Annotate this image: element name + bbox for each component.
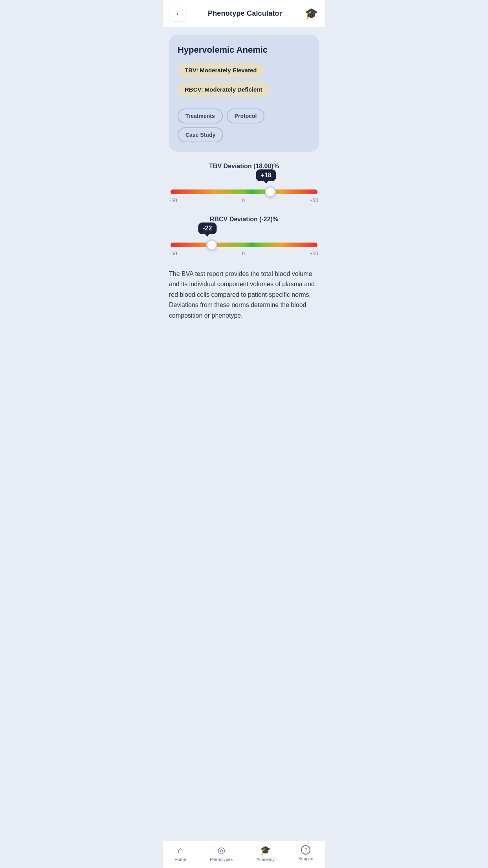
tbv-label-max: +50 xyxy=(310,197,318,203)
header: ‹ Phenotype Calculator 🎓 xyxy=(163,0,325,27)
nav-phenotypes[interactable]: ◎ Phenotypes xyxy=(210,845,233,862)
rbcv-slider-track: -22 xyxy=(171,243,317,247)
nav-academy[interactable]: 🎓 Academy xyxy=(257,845,275,862)
tbv-slider-thumb[interactable]: +18 xyxy=(265,186,276,197)
case-study-button[interactable]: Case Study xyxy=(178,127,223,142)
rbcv-label-max: +50 xyxy=(310,250,318,256)
phenotype-title: Hypervolemic Anemic xyxy=(178,45,310,55)
result-card: Hypervolemic Anemic TBV: Moderately Elev… xyxy=(169,35,319,152)
tbv-slider-title: TBV Deviation (18.00)% xyxy=(169,163,319,170)
nav-home-label: Home xyxy=(174,857,186,862)
rbcv-label-min: -50 xyxy=(170,250,177,256)
support-icon: ? xyxy=(301,845,310,855)
tbv-label-mid: 0 xyxy=(242,197,245,203)
nav-support-label: Support xyxy=(298,856,314,861)
back-button[interactable]: ‹ xyxy=(170,6,185,21)
rbcv-label-mid: 0 xyxy=(242,250,245,256)
rbcv-slider-tooltip: -22 xyxy=(198,223,216,234)
rbcv-slider-thumb[interactable]: -22 xyxy=(206,239,217,250)
page-title: Phenotype Calculator xyxy=(208,9,282,18)
action-buttons: Treatments Protocol Case Study xyxy=(178,108,310,142)
tbv-slider-tooltip: +18 xyxy=(256,169,276,181)
tbv-slider-section: TBV Deviation (18.00)% +18 -50 0 +50 xyxy=(169,163,319,203)
tbv-label-min: -50 xyxy=(170,197,177,203)
academy-icon: 🎓 xyxy=(305,7,318,20)
treatments-button[interactable]: Treatments xyxy=(178,108,223,123)
tbv-slider-wrapper: +18 xyxy=(169,189,319,194)
nav-academy-icon: 🎓 xyxy=(260,845,271,855)
tbv-badge: TBV: Moderately Elevated xyxy=(178,63,264,77)
rbcv-slider-section: RBCV Deviation (-22)% -22 -50 0 +50 xyxy=(169,216,319,256)
main-content: Hypervolemic Anemic TBV: Moderately Elev… xyxy=(163,27,325,868)
protocol-button[interactable]: Protocol xyxy=(227,108,265,123)
bottom-nav: ⌂ Home ◎ Phenotypes 🎓 Academy ? Support xyxy=(163,841,325,868)
nav-academy-label: Academy xyxy=(257,857,275,862)
rbcv-slider-labels: -50 0 +50 xyxy=(169,250,319,256)
tbv-slider-track: +18 xyxy=(171,189,317,194)
description-text: The BVA test report provides the total b… xyxy=(169,269,319,321)
phenotypes-icon: ◎ xyxy=(218,845,225,855)
rbcv-badge: RBCV: Moderately Deficient xyxy=(178,82,270,97)
rbcv-slider-title: RBCV Deviation (-22)% xyxy=(169,216,319,223)
tbv-slider-labels: -50 0 +50 xyxy=(169,197,319,203)
nav-home[interactable]: ⌂ Home xyxy=(174,845,186,862)
home-icon: ⌂ xyxy=(178,845,183,855)
nav-phenotypes-label: Phenotypes xyxy=(210,857,233,862)
rbcv-slider-wrapper: -22 xyxy=(169,243,319,247)
back-icon: ‹ xyxy=(176,9,179,18)
nav-support[interactable]: ? Support xyxy=(298,845,314,862)
